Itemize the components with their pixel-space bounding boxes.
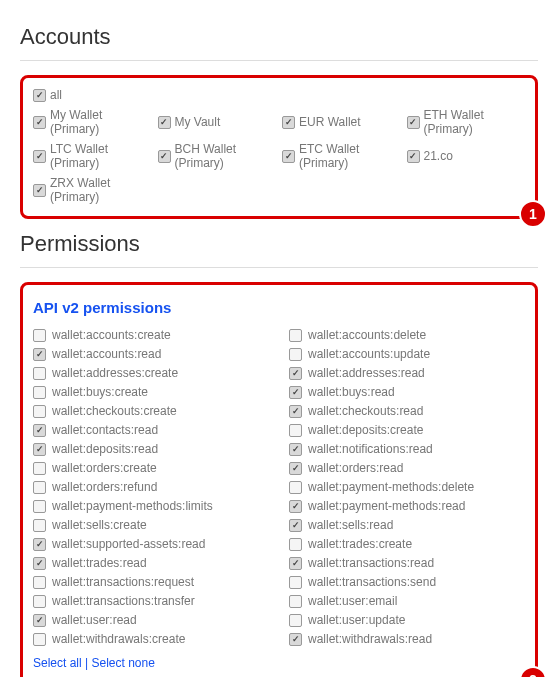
select-all-link[interactable]: Select all <box>33 656 82 670</box>
permission-item[interactable]: wallet:orders:refund <box>33 480 269 494</box>
checkbox-icon[interactable] <box>33 386 46 399</box>
checkbox-icon[interactable] <box>33 184 46 197</box>
permission-item[interactable]: wallet:orders:create <box>33 461 269 475</box>
checkbox-icon[interactable] <box>289 329 302 342</box>
permission-item[interactable]: wallet:notifications:read <box>289 442 525 456</box>
checkbox-icon[interactable] <box>33 348 46 361</box>
permission-item[interactable]: wallet:accounts:delete <box>289 328 525 342</box>
permission-item[interactable]: wallet:withdrawals:create <box>33 632 269 646</box>
permission-item[interactable]: wallet:trades:read <box>33 556 269 570</box>
checkbox-icon[interactable] <box>33 443 46 456</box>
permission-item[interactable]: wallet:transactions:read <box>289 556 525 570</box>
checkbox-icon[interactable] <box>289 367 302 380</box>
permission-item[interactable]: wallet:accounts:create <box>33 328 269 342</box>
account-item[interactable]: LTC Wallet (Primary) <box>33 142 152 170</box>
select-none-link[interactable]: Select none <box>92 656 155 670</box>
checkbox-icon[interactable] <box>289 557 302 570</box>
checkbox-icon[interactable] <box>33 595 46 608</box>
permission-item[interactable]: wallet:user:email <box>289 594 525 608</box>
checkbox-icon[interactable] <box>289 633 302 646</box>
checkbox-icon[interactable] <box>282 150 295 163</box>
permission-label: wallet:addresses:read <box>308 366 425 380</box>
permission-item[interactable]: wallet:transactions:transfer <box>33 594 269 608</box>
permission-item[interactable]: wallet:addresses:create <box>33 366 269 380</box>
checkbox-icon[interactable] <box>158 150 171 163</box>
permission-item[interactable]: wallet:payment-methods:limits <box>33 499 269 513</box>
permission-item[interactable]: wallet:deposits:create <box>289 423 525 437</box>
checkbox-icon[interactable] <box>289 424 302 437</box>
account-item[interactable]: My Vault <box>158 108 277 136</box>
checkbox-icon[interactable] <box>33 329 46 342</box>
checkbox-icon[interactable] <box>33 538 46 551</box>
account-item[interactable]: EUR Wallet <box>282 108 401 136</box>
permission-item[interactable]: wallet:user:update <box>289 613 525 627</box>
checkbox-icon[interactable] <box>289 576 302 589</box>
permission-item[interactable]: wallet:orders:read <box>289 461 525 475</box>
permission-label: wallet:supported-assets:read <box>52 537 205 551</box>
checkbox-icon[interactable] <box>33 614 46 627</box>
permission-item[interactable]: wallet:sells:create <box>33 518 269 532</box>
permission-item[interactable]: wallet:buys:create <box>33 385 269 399</box>
checkbox-icon[interactable] <box>33 367 46 380</box>
permission-item[interactable]: wallet:contacts:read <box>33 423 269 437</box>
checkbox-icon[interactable] <box>407 150 420 163</box>
permission-item[interactable]: wallet:supported-assets:read <box>33 537 269 551</box>
permission-label: wallet:transactions:send <box>308 575 436 589</box>
checkbox-icon[interactable] <box>158 116 171 129</box>
permission-item[interactable]: wallet:deposits:read <box>33 442 269 456</box>
checkbox-icon[interactable] <box>289 386 302 399</box>
permission-item[interactable]: wallet:trades:create <box>289 537 525 551</box>
checkbox-icon[interactable] <box>289 614 302 627</box>
account-item[interactable]: ETC Wallet (Primary) <box>282 142 401 170</box>
permission-label: wallet:transactions:read <box>308 556 434 570</box>
checkbox-icon[interactable] <box>33 150 46 163</box>
checkbox-icon[interactable] <box>289 481 302 494</box>
checkbox-icon[interactable] <box>289 519 302 532</box>
checkbox-icon[interactable] <box>33 500 46 513</box>
permission-item[interactable]: wallet:addresses:read <box>289 366 525 380</box>
permission-item[interactable]: wallet:accounts:update <box>289 347 525 361</box>
checkbox-icon[interactable] <box>289 538 302 551</box>
checkbox-icon[interactable] <box>289 405 302 418</box>
permission-label: wallet:orders:refund <box>52 480 157 494</box>
checkbox-icon[interactable] <box>33 519 46 532</box>
account-item[interactable]: ZRX Wallet (Primary) <box>33 176 152 204</box>
permissions-heading: Permissions <box>20 231 538 257</box>
permission-item[interactable]: wallet:transactions:send <box>289 575 525 589</box>
checkbox-icon[interactable] <box>289 500 302 513</box>
checkbox-icon[interactable] <box>33 424 46 437</box>
permission-label: wallet:user:update <box>308 613 405 627</box>
permission-label: wallet:withdrawals:create <box>52 632 185 646</box>
permission-item[interactable]: wallet:buys:read <box>289 385 525 399</box>
checkbox-icon[interactable] <box>289 595 302 608</box>
permission-item[interactable]: wallet:transactions:request <box>33 575 269 589</box>
checkbox-icon[interactable] <box>33 576 46 589</box>
permission-item[interactable]: wallet:payment-methods:read <box>289 499 525 513</box>
permission-item[interactable]: wallet:withdrawals:read <box>289 632 525 646</box>
permission-item[interactable]: wallet:checkouts:read <box>289 404 525 418</box>
checkbox-icon[interactable] <box>33 481 46 494</box>
checkbox-icon[interactable] <box>33 557 46 570</box>
account-label: BCH Wallet (Primary) <box>175 142 277 170</box>
checkbox-icon[interactable] <box>33 116 46 129</box>
checkbox-icon[interactable] <box>289 348 302 361</box>
account-item[interactable]: BCH Wallet (Primary) <box>158 142 277 170</box>
permission-item[interactable]: wallet:accounts:read <box>33 347 269 361</box>
checkbox-icon[interactable] <box>407 116 420 129</box>
checkbox-icon[interactable] <box>33 462 46 475</box>
account-item-all[interactable]: all <box>33 88 525 102</box>
permission-item[interactable]: wallet:checkouts:create <box>33 404 269 418</box>
checkbox-icon[interactable] <box>33 405 46 418</box>
permission-item[interactable]: wallet:sells:read <box>289 518 525 532</box>
checkbox-icon[interactable] <box>289 443 302 456</box>
account-item[interactable]: My Wallet (Primary) <box>33 108 152 136</box>
checkbox-icon[interactable] <box>33 89 46 102</box>
permission-item[interactable]: wallet:user:read <box>33 613 269 627</box>
account-item[interactable]: ETH Wallet (Primary) <box>407 108 526 136</box>
permission-item[interactable]: wallet:payment-methods:delete <box>289 480 525 494</box>
checkbox-icon[interactable] <box>282 116 295 129</box>
permission-label: wallet:buys:create <box>52 385 148 399</box>
checkbox-icon[interactable] <box>33 633 46 646</box>
account-item[interactable]: 21.co <box>407 142 526 170</box>
checkbox-icon[interactable] <box>289 462 302 475</box>
